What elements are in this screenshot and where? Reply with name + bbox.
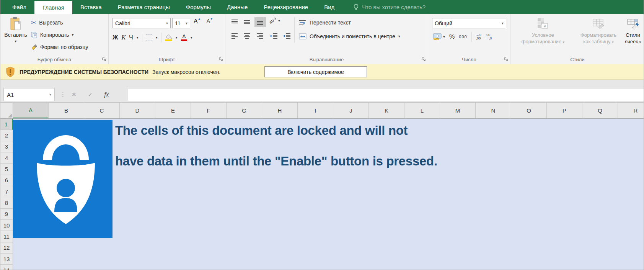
number-dialog-launcher-icon[interactable]: [504, 57, 508, 62]
row-header-5[interactable]: 5: [0, 164, 13, 175]
lock-shield-image[interactable]: [13, 120, 112, 238]
row-header-14[interactable]: 14: [0, 265, 13, 270]
clipboard-dialog-launcher-icon[interactable]: [102, 57, 106, 62]
font-dialog-launcher-icon[interactable]: [218, 57, 223, 62]
bold-button[interactable]: Ж: [112, 34, 118, 41]
align-top-button[interactable]: [229, 17, 241, 27]
tell-me-box[interactable]: Что вы хотите сделать?: [353, 0, 426, 14]
formula-input[interactable]: [128, 88, 644, 101]
formula-bar-grip[interactable]: ⋮: [60, 88, 66, 101]
column-header-K[interactable]: K: [369, 103, 404, 118]
cut-button[interactable]: ✂ Вырезать: [31, 17, 63, 28]
cancel-icon[interactable]: ✕: [72, 91, 77, 98]
column-header-C[interactable]: C: [84, 103, 120, 118]
column-header-O[interactable]: O: [511, 103, 547, 118]
tab-home[interactable]: Главная: [34, 1, 72, 14]
column-header-H[interactable]: H: [262, 103, 298, 118]
font-name-combo[interactable]: Calibri ▾: [112, 18, 171, 28]
conditional-formatting-button[interactable]: ≠ Условное форматирование ▾: [514, 17, 572, 45]
align-bottom-button[interactable]: [254, 17, 266, 27]
percent-style-button[interactable]: %: [449, 33, 455, 40]
orientation-caret[interactable]: ▾: [278, 19, 280, 23]
merge-center-icon: [299, 33, 307, 39]
fill-color-button[interactable]: [165, 34, 172, 41]
borders-icon[interactable]: [146, 34, 152, 41]
column-header-J[interactable]: J: [333, 103, 369, 118]
name-box-caret[interactable]: ▾: [49, 93, 51, 97]
name-box[interactable]: A1 ▾: [3, 88, 55, 101]
merge-center-button[interactable]: Объединить и поместить в центре ▾: [299, 31, 400, 42]
tab-formulas[interactable]: Формулы: [178, 0, 219, 14]
insert-function-icon[interactable]: fx: [104, 91, 109, 98]
decrease-indent-button[interactable]: [268, 31, 280, 41]
font-color-caret[interactable]: ▾: [191, 36, 192, 39]
row-header-7[interactable]: 7: [0, 186, 13, 197]
align-left-button[interactable]: [229, 31, 241, 41]
font-size-combo[interactable]: 11 ▾: [172, 18, 190, 28]
accounting-format-button[interactable]: ▾: [433, 33, 445, 40]
underline-caret[interactable]: ▾: [137, 36, 139, 39]
comma-style-button[interactable]: 000: [459, 34, 467, 39]
align-right-button[interactable]: [254, 31, 266, 41]
column-header-B[interactable]: B: [49, 103, 84, 118]
cell-styles-button[interactable]: Стили ячеек ▾: [623, 17, 643, 45]
format-painter-button[interactable]: Формат по образцу: [31, 42, 88, 52]
number-format-combo[interactable]: Общий ▾: [432, 18, 506, 28]
column-header-L[interactable]: L: [404, 103, 440, 118]
increase-decimal-button[interactable]: ←0 ,00: [476, 33, 481, 40]
copy-dropdown-caret[interactable]: ▾: [72, 33, 73, 37]
enter-icon[interactable]: ✓: [88, 91, 93, 98]
alignment-dialog-launcher-icon[interactable]: [421, 57, 426, 62]
row-header-9[interactable]: 9: [0, 209, 13, 220]
tab-data[interactable]: Данные: [219, 0, 256, 14]
copy-button[interactable]: Копировать ▾: [31, 29, 73, 40]
column-header-N[interactable]: N: [476, 103, 511, 118]
row-header-12[interactable]: 12: [0, 242, 13, 254]
row-header-6[interactable]: 6: [0, 175, 13, 186]
row-header-8[interactable]: 8: [0, 197, 13, 208]
row-header-1[interactable]: 1: [0, 119, 13, 130]
paste-dropdown-caret[interactable]: ▾: [3, 39, 28, 43]
tab-file[interactable]: Файл: [4, 0, 34, 14]
row-header-10[interactable]: 10: [0, 220, 13, 231]
tab-view[interactable]: Вид: [316, 0, 342, 14]
underline-button[interactable]: Ч: [129, 34, 133, 41]
paste-button[interactable]: Вставить ▾: [3, 16, 28, 56]
merge-center-caret[interactable]: ▾: [398, 34, 400, 38]
column-header-I[interactable]: I: [298, 103, 333, 118]
column-header-P[interactable]: P: [547, 103, 582, 118]
column-header-Q[interactable]: Q: [582, 103, 618, 118]
row-header-11[interactable]: 11: [0, 231, 13, 242]
align-middle-button[interactable]: [242, 17, 253, 27]
row-header-2[interactable]: 2: [0, 130, 13, 141]
borders-caret[interactable]: ▾: [156, 36, 158, 39]
column-header-M[interactable]: M: [440, 103, 476, 118]
row-header-4[interactable]: 4: [0, 152, 13, 164]
tab-review[interactable]: Рецензирование: [256, 0, 316, 14]
italic-button[interactable]: К: [121, 34, 126, 41]
row-header-3[interactable]: 3: [0, 141, 13, 152]
enable-content-button[interactable]: Включить содержимое: [264, 66, 367, 77]
fill-color-caret[interactable]: ▾: [176, 36, 178, 39]
column-header-G[interactable]: G: [227, 103, 262, 118]
row-header-13[interactable]: 13: [0, 254, 13, 265]
column-header-D[interactable]: D: [120, 103, 155, 118]
tab-page-layout[interactable]: Разметка страницы: [110, 0, 178, 14]
sheet-grid[interactable]: 1234567891011121314 The cells of this do…: [0, 119, 644, 270]
column-header-A[interactable]: A: [13, 103, 49, 118]
align-center-button[interactable]: [242, 31, 253, 41]
font-color-button[interactable]: А: [181, 34, 187, 41]
tab-insert[interactable]: Вставка: [72, 0, 110, 14]
select-all-corner[interactable]: ◢: [0, 103, 13, 118]
column-header-E[interactable]: E: [155, 103, 191, 118]
cell-area[interactable]: The cells of this document are locked an…: [13, 119, 644, 270]
increase-indent-button[interactable]: [281, 31, 293, 41]
format-as-table-button[interactable]: Форматировать как таблицу ▾: [575, 17, 622, 45]
decrease-decimal-button[interactable]: ,00 →,0: [486, 33, 492, 40]
column-header-F[interactable]: F: [191, 103, 227, 118]
orientation-button[interactable]: ab ▾: [269, 17, 280, 24]
column-header-R[interactable]: R: [618, 103, 644, 118]
grow-font-button[interactable]: A ▲: [194, 18, 201, 25]
shrink-font-button[interactable]: A ▼: [207, 18, 213, 24]
wrap-text-button[interactable]: Перенести текст: [299, 17, 351, 28]
